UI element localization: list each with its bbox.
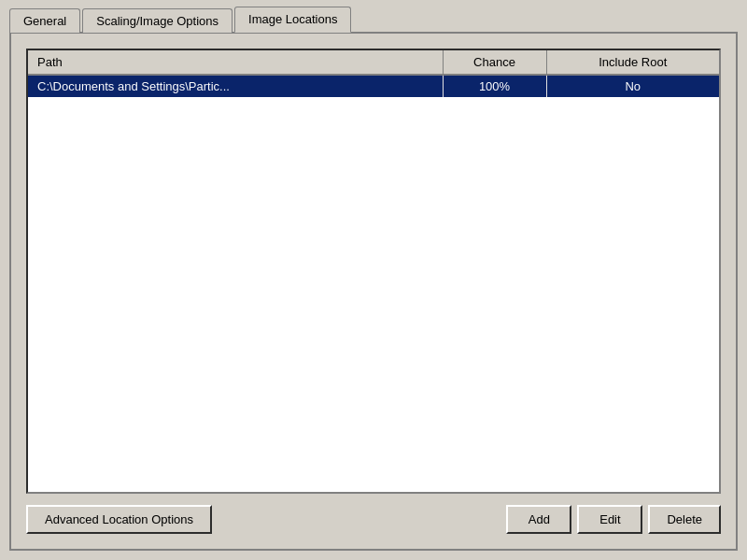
bottom-bar: Advanced Location Options Add Edit Delet… <box>26 505 721 534</box>
cell-path: C:\Documents and Settings\Partic... <box>28 75 443 97</box>
tab-bar: General Scaling/Image Options Image Loca… <box>0 0 747 32</box>
advanced-location-options-button[interactable]: Advanced Location Options <box>26 505 212 534</box>
tab-general[interactable]: General <box>9 8 80 33</box>
table-body: C:\Documents and Settings\Partic... 100%… <box>28 75 719 97</box>
table-row[interactable]: C:\Documents and Settings\Partic... 100%… <box>28 75 719 97</box>
cell-chance: 100% <box>443 75 546 97</box>
cell-include-root: No <box>546 75 719 97</box>
column-header-include-root: Include Root <box>546 50 719 75</box>
tab-image-locations[interactable]: Image Locations <box>234 7 351 33</box>
add-button[interactable]: Add <box>506 505 571 534</box>
locations-table-container: Path Chance Include Root C:\Documents an… <box>26 49 721 494</box>
column-header-chance: Chance <box>443 50 546 75</box>
delete-button[interactable]: Delete <box>648 505 721 534</box>
window: General Scaling/Image Options Image Loca… <box>0 0 747 560</box>
locations-table: Path Chance Include Root C:\Documents an… <box>28 50 719 97</box>
content-area: Path Chance Include Root C:\Documents an… <box>9 32 738 551</box>
edit-button[interactable]: Edit <box>577 505 642 534</box>
table-header-row: Path Chance Include Root <box>28 50 719 75</box>
column-header-path: Path <box>28 50 443 75</box>
tab-scaling[interactable]: Scaling/Image Options <box>82 8 233 33</box>
action-buttons: Add Edit Delete <box>506 505 721 534</box>
